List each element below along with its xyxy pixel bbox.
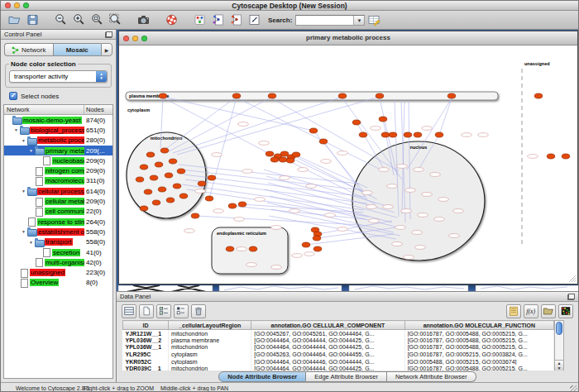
zoom-out-button[interactable] [52, 12, 69, 28]
select-nodes-checkbox[interactable]: ✓ [9, 92, 17, 100]
table-row[interactable]: YPL036W__1mitochondrion[GO:0044464, GO:0… [123, 344, 554, 351]
node-label[interactable] [397, 165, 408, 169]
node-selected[interactable] [313, 246, 322, 251]
node-selected[interactable] [309, 128, 318, 133]
tree-row[interactable]: ▼transport558(0) [4, 237, 112, 247]
node-label[interactable] [234, 218, 245, 222]
node-selected[interactable] [160, 148, 169, 153]
tree-row[interactable]: Overview8(0) [4, 278, 112, 288]
node-selected[interactable] [159, 93, 167, 98]
unselect-all-attributes-button[interactable] [174, 304, 189, 318]
network-canvas[interactable]: plasma membranecytoplasmmitochondrionnuc… [119, 45, 577, 284]
tree-row[interactable]: mosaic-demo-yeast874(0) [4, 115, 112, 125]
zoom-fit-button[interactable] [89, 12, 106, 28]
node-label[interactable] [255, 198, 266, 202]
node-selected[interactable] [140, 206, 148, 211]
network-window-titlebar[interactable]: primary metabolic process [119, 31, 577, 45]
node-selected[interactable] [414, 132, 422, 137]
node-label[interactable] [271, 265, 282, 270]
minimize-button[interactable] [14, 2, 20, 8]
node-label[interactable] [237, 247, 247, 251]
node-label[interactable] [242, 170, 253, 174]
minimize-icon[interactable] [132, 36, 138, 41]
node-label[interactable] [304, 252, 315, 256]
node-selected[interactable] [152, 200, 160, 205]
node-selected[interactable] [547, 154, 555, 159]
tree-row[interactable]: macromolecule...311(0) [4, 176, 112, 186]
column-header[interactable]: _cellularLayoutRegion [169, 321, 251, 330]
node-label[interactable] [379, 168, 390, 172]
tree-row[interactable]: ▼cellular process614(0) [4, 186, 112, 196]
node-color-dropdown[interactable]: transporter activity ▲▼ [9, 70, 108, 83]
node-label[interactable] [412, 231, 423, 235]
tree-row[interactable]: cell communicat...22(0) [4, 207, 112, 217]
scrollbar-arrows[interactable]: ▲▼ [555, 360, 563, 370]
node-label[interactable] [298, 168, 309, 172]
tree-column-network[interactable]: Network [4, 105, 84, 114]
node-selected[interactable] [226, 246, 234, 251]
tree-row[interactable]: ▼establishment of lo...558(0) [4, 227, 112, 237]
node-selected[interactable] [232, 93, 241, 98]
node-label[interactable] [238, 122, 249, 127]
node-label[interactable] [462, 133, 472, 137]
node-label[interactable] [290, 209, 300, 213]
tree-row[interactable]: response to stimulu...264(0) [4, 217, 112, 227]
table-row[interactable]: YLR295Ccytoplasm[GO:0045263, GO:0044464,… [123, 351, 554, 358]
annotations-button[interactable] [246, 12, 263, 28]
import-network-file-button[interactable] [209, 12, 227, 28]
node-selected[interactable] [179, 194, 188, 198]
node-selected[interactable] [136, 177, 144, 182]
node-selected[interactable] [140, 165, 148, 170]
import-attributes-button[interactable] [506, 304, 521, 318]
node-selected[interactable] [158, 187, 166, 192]
node-label[interactable] [415, 246, 426, 250]
node-label[interactable] [212, 153, 223, 157]
column-header[interactable]: annotation.GO MOLECULAR_FUNCTION [404, 321, 553, 330]
tab-mosaic[interactable]: Mosaic [53, 43, 102, 56]
tree-row[interactable]: ▼biological_process651(0) [4, 125, 112, 135]
node-label[interactable] [325, 213, 336, 218]
scrollbar-thumb[interactable] [556, 322, 562, 335]
node-selected[interactable] [562, 154, 570, 159]
expander-icon[interactable]: ▼ [22, 229, 27, 234]
select-all-attributes-button[interactable] [156, 304, 171, 318]
node-selected[interactable] [389, 132, 397, 137]
node-label[interactable] [404, 256, 414, 260]
node-label[interactable] [392, 242, 403, 246]
table-row[interactable]: YJR121W__1mitochondrion[GO:0045267, GO:0… [123, 330, 554, 337]
column-header[interactable]: annotation.GO CELLULAR_COMPONENT [251, 321, 404, 330]
node-selected[interactable] [319, 139, 328, 144]
node-label[interactable] [246, 263, 257, 267]
node-label[interactable] [184, 229, 195, 233]
tree-row[interactable]: secretion41(0) [4, 247, 112, 257]
open-button[interactable] [6, 12, 23, 28]
node-label[interactable] [195, 189, 206, 194]
node-selected[interactable] [292, 152, 300, 157]
node-label[interactable] [434, 218, 445, 222]
tree-row[interactable]: cellular metabo...209(0) [4, 196, 112, 206]
search-field[interactable] [296, 16, 353, 25]
node-label[interactable] [422, 127, 433, 131]
node-selected[interactable] [352, 120, 361, 125]
float-panel-icon[interactable] [567, 294, 575, 300]
tree-row[interactable]: nucleobase-...209(0) [4, 155, 112, 165]
node-label[interactable] [418, 213, 428, 218]
node-selected[interactable] [198, 181, 206, 186]
search-input[interactable]: ▼ [295, 15, 365, 26]
canvas-resize-grip[interactable] [574, 280, 576, 282]
node-label[interactable] [337, 151, 348, 155]
node-selected[interactable] [313, 236, 321, 241]
node-selected[interactable] [146, 152, 155, 157]
table-row[interactable]: YPL036W__2plasma membrane[GO:0044464, GO… [123, 337, 554, 344]
node-label[interactable] [387, 184, 398, 189]
tree-row[interactable]: ▼primary metab...209(... [4, 146, 112, 155]
search-dropdown-button[interactable]: ▼ [353, 16, 364, 25]
close-button[interactable] [5, 2, 11, 8]
node-selected[interactable] [205, 196, 213, 201]
formula-builder-button[interactable]: f(x) [524, 304, 538, 318]
node-selected[interactable] [166, 198, 175, 203]
node-label[interactable] [422, 193, 433, 197]
attribute-editor-button[interactable] [366, 12, 383, 28]
tab-network[interactable]: Network [4, 43, 53, 56]
expander-icon[interactable]: ▼ [29, 240, 35, 245]
